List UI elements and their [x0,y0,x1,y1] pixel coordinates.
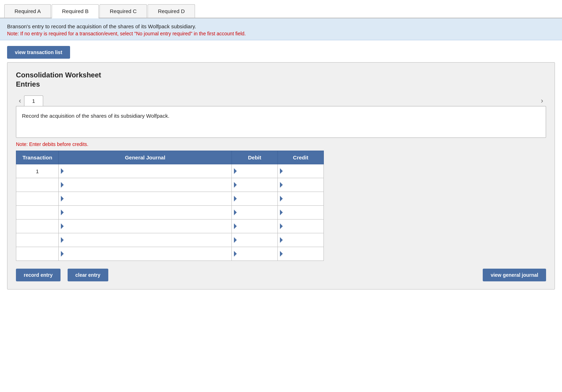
col-header-debit: Debit [232,151,278,164]
debit-input[interactable] [237,247,277,261]
credit-cell[interactable] [278,220,324,233]
note-debits-before-credits: Note: Enter debits before credits. [16,141,546,147]
toolbar-row: view transaction list [0,40,562,62]
credit-cell[interactable] [278,164,324,178]
prev-entry-button[interactable]: ‹ [16,95,24,106]
table-row [16,247,324,261]
credit-input[interactable] [283,164,323,178]
record-entry-button[interactable]: Record entry [16,269,61,281]
transaction-cell [16,220,59,233]
journal-table: Transaction General Journal Debit Credit… [16,151,324,261]
table-row: 1 [16,164,324,178]
debit-input[interactable] [237,164,277,178]
credit-input[interactable] [283,192,323,205]
info-banner: Branson's entry to record the acquisitio… [0,18,562,40]
general-journal-cell[interactable] [59,178,232,192]
general-journal-cell[interactable] [59,192,232,206]
tab-required-d[interactable]: Required D [148,4,195,18]
general-journal-cell[interactable] [59,164,232,178]
tabs-bar: Required A Required B Required C Require… [0,0,562,18]
transaction-cell [16,247,59,261]
worksheet-title: Consolidation WorksheetEntries [16,70,546,89]
debit-cell[interactable] [232,233,278,247]
debit-input[interactable] [237,178,277,192]
banner-note-text: Note: If no entry is required for a tran… [7,31,555,36]
general-journal-input[interactable] [64,247,231,261]
table-row [16,220,324,233]
banner-main-text: Branson's entry to record the acquisitio… [7,23,555,29]
table-row [16,178,324,192]
col-header-transaction: Transaction [16,151,59,164]
entry-tab-1[interactable]: 1 [24,95,43,106]
transaction-cell: 1 [16,164,59,178]
credit-input[interactable] [283,220,323,233]
credit-cell[interactable] [278,233,324,247]
debit-input[interactable] [237,192,277,205]
transaction-cell [16,233,59,247]
general-journal-input[interactable] [64,233,231,247]
clear-entry-button[interactable]: Clear entry [68,269,108,281]
credit-cell[interactable] [278,192,324,206]
debit-cell[interactable] [232,192,278,206]
general-journal-cell[interactable] [59,220,232,233]
credit-input[interactable] [283,206,323,219]
view-transaction-list-button[interactable]: view transaction list [7,46,70,59]
table-row [16,233,324,247]
action-buttons-row: Record entry Clear entry view general jo… [16,269,546,281]
col-header-general-journal: General Journal [59,151,232,164]
table-row [16,192,324,206]
col-header-credit: Credit [278,151,324,164]
general-journal-input[interactable] [64,164,231,178]
general-journal-cell[interactable] [59,206,232,220]
general-journal-input[interactable] [64,220,231,233]
debit-cell[interactable] [232,164,278,178]
view-general-journal-button[interactable]: view general journal [483,269,546,281]
general-journal-cell[interactable] [59,233,232,247]
debit-cell[interactable] [232,178,278,192]
general-journal-cell[interactable] [59,247,232,261]
credit-input[interactable] [283,178,323,192]
credit-cell[interactable] [278,206,324,220]
general-journal-input[interactable] [64,192,231,205]
tab-required-b[interactable]: Required B [52,4,99,18]
worksheet-card: Consolidation WorksheetEntries ‹ 1 › Rec… [7,62,555,289]
debit-cell[interactable] [232,247,278,261]
credit-cell[interactable] [278,178,324,192]
credit-cell[interactable] [278,247,324,261]
next-entry-button[interactable]: › [538,95,546,106]
credit-input[interactable] [283,233,323,247]
debit-cell[interactable] [232,206,278,220]
entry-nav: ‹ 1 › [16,95,546,106]
general-journal-input[interactable] [64,178,231,192]
tab-required-c[interactable]: Required C [99,4,147,18]
transaction-cell [16,178,59,192]
debit-input[interactable] [237,233,277,247]
transaction-cell [16,206,59,220]
description-box: Record the acquisition of the shares of … [16,106,546,138]
debit-cell[interactable] [232,220,278,233]
credit-input[interactable] [283,247,323,261]
general-journal-input[interactable] [64,206,231,219]
tab-required-a[interactable]: Required A [4,4,51,18]
debit-input[interactable] [237,220,277,233]
transaction-cell [16,192,59,206]
debit-input[interactable] [237,206,277,219]
table-row [16,206,324,220]
